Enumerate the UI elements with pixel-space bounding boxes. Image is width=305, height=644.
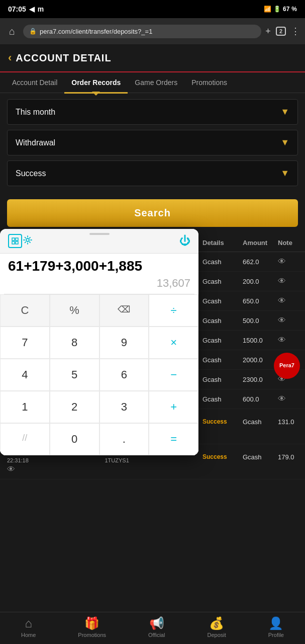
row-4-eye-icon[interactable]: 👁 xyxy=(278,336,298,345)
lock-icon: 🔒 xyxy=(29,28,37,35)
calc-btn-0[interactable]: 0 xyxy=(50,423,99,455)
battery-level: 67 xyxy=(283,6,289,13)
period-dropdown-arrow: ▼ xyxy=(280,107,289,117)
calc-display: 61+179+3,000+1,885 xyxy=(0,254,198,277)
floating-btn-label: Pera7 xyxy=(279,362,294,369)
profile-icon: 👤 xyxy=(268,616,283,630)
row-2-eye-icon[interactable]: 👁 xyxy=(278,296,298,305)
page-header: ‹ ACCOUNT DETAIL xyxy=(0,44,305,72)
calculator-overlay: ⏻ 61+179+3,000+1,885 13,607 C % ⌫ ÷ 7 8 … xyxy=(0,229,198,455)
home-button[interactable]: ⌂ xyxy=(5,24,19,38)
network-label: m xyxy=(38,5,44,13)
calc-btn-1[interactable]: 1 xyxy=(0,391,50,423)
tab-switcher-button[interactable]: 2 xyxy=(276,27,286,36)
tabs-bar: Account Detail Order Records Game Orders… xyxy=(0,72,305,93)
nav-promotions[interactable]: 🎁 Promotions xyxy=(78,616,106,638)
row-3-eye-icon[interactable]: 👁 xyxy=(278,316,298,325)
calc-result: 13,607 xyxy=(0,277,198,294)
calc-btn-5[interactable]: 5 xyxy=(50,359,99,391)
period-dropdown[interactable]: This month ▼ xyxy=(7,99,298,125)
calc-buttons: C % ⌫ ÷ 7 8 9 × 4 5 6 − 1 2 3 + // 0 . = xyxy=(0,294,198,455)
tab-promotions[interactable]: Promotions xyxy=(184,72,234,93)
home-icon: ⌂ xyxy=(25,616,32,630)
signal-icon: 📶 xyxy=(264,6,271,13)
calc-select-icon[interactable] xyxy=(8,234,22,248)
calc-expression: 61+179+3,000+1,885 xyxy=(8,258,190,275)
calc-btn-multiply[interactable]: × xyxy=(149,327,198,359)
official-icon: 📢 xyxy=(149,616,164,630)
calc-btn-3[interactable]: 3 xyxy=(99,391,149,423)
svg-point-4 xyxy=(26,238,29,242)
page-title: ACCOUNT DETAIL xyxy=(16,52,111,64)
nav-profile[interactable]: 👤 Profile xyxy=(268,616,284,638)
browser-bar: ⌂ 🔒 pera7.com/client/transfer/deposits?_… xyxy=(0,18,305,44)
row-9-eye-icon[interactable]: 👁 xyxy=(7,465,105,474)
promotions-icon: 🎁 xyxy=(84,616,99,630)
type-dropdown[interactable]: Withdrawal ▼ xyxy=(7,130,298,155)
calc-btn-subtract[interactable]: − xyxy=(149,359,198,391)
svg-rect-0 xyxy=(12,238,15,240)
svg-rect-3 xyxy=(16,242,18,244)
calc-btn-9[interactable]: 9 xyxy=(99,327,149,359)
search-button[interactable]: Search xyxy=(7,199,298,227)
calc-btn-divide[interactable]: ÷ xyxy=(149,294,198,327)
calc-handle xyxy=(89,233,110,235)
tab-account-detail[interactable]: Account Detail xyxy=(5,72,64,93)
calc-btn-slash[interactable]: // xyxy=(0,423,50,455)
status-dropdown[interactable]: Success ▼ xyxy=(7,160,298,186)
deposit-icon: 💰 xyxy=(209,616,224,630)
calc-settings-icon[interactable] xyxy=(22,234,33,248)
calc-btn-clear[interactable]: C xyxy=(0,294,50,327)
svg-rect-2 xyxy=(12,242,15,244)
calc-btn-8[interactable]: 8 xyxy=(50,327,99,359)
calc-btn-delete[interactable]: ⌫ xyxy=(99,294,149,327)
menu-button[interactable]: ⋮ xyxy=(291,26,300,37)
battery-icon: 🔋 xyxy=(273,6,281,13)
calc-btn-add[interactable]: + xyxy=(149,391,198,423)
time-display: 07:05 xyxy=(8,5,26,13)
direction-icon: ◀ xyxy=(29,5,35,13)
calc-btn-2[interactable]: 2 xyxy=(50,391,99,423)
nav-deposit[interactable]: 💰 Deposit xyxy=(207,616,226,638)
status-bar: 07:05 ◀ m 📶 🔋 67 % xyxy=(0,0,305,18)
row-1-eye-icon[interactable]: 👁 xyxy=(278,277,298,286)
row-0-eye-icon[interactable]: 👁 xyxy=(278,257,298,266)
calc-btn-percent[interactable]: % xyxy=(50,294,99,327)
calc-btn-6[interactable]: 6 xyxy=(99,359,149,391)
records-table: Details Amount Note Gcash 662.0 👁 Gcash … xyxy=(0,234,305,479)
calc-btn-4[interactable]: 4 xyxy=(0,359,50,391)
type-dropdown-arrow: ▼ xyxy=(280,137,289,148)
calc-btn-7[interactable]: 7 xyxy=(0,327,50,359)
status-dropdown-arrow: ▼ xyxy=(280,168,289,179)
calc-btn-decimal[interactable]: . xyxy=(99,423,149,455)
tab-order-records[interactable]: Order Records xyxy=(64,72,128,93)
nav-official[interactable]: 📢 Official xyxy=(148,616,165,638)
back-button[interactable]: ‹ xyxy=(8,51,12,64)
nav-home[interactable]: ⌂ Home xyxy=(21,616,36,638)
floating-chat-button[interactable]: Pera7 xyxy=(274,353,300,379)
calc-power-button[interactable]: ⏻ xyxy=(179,234,190,248)
new-tab-button[interactable]: + xyxy=(265,26,271,37)
calc-btn-equals[interactable]: = xyxy=(149,423,198,455)
url-text: pera7.com/client/transfer/deposits?_=1 xyxy=(40,28,152,35)
tab-game-orders[interactable]: Game Orders xyxy=(128,72,184,93)
row-7-eye-icon[interactable]: 👁 xyxy=(278,394,298,404)
svg-rect-1 xyxy=(16,238,18,240)
bottom-nav: ⌂ Home 🎁 Promotions 📢 Official 💰 Deposit… xyxy=(0,612,305,644)
url-bar[interactable]: 🔒 pera7.com/client/transfer/deposits?_=1 xyxy=(23,25,261,38)
